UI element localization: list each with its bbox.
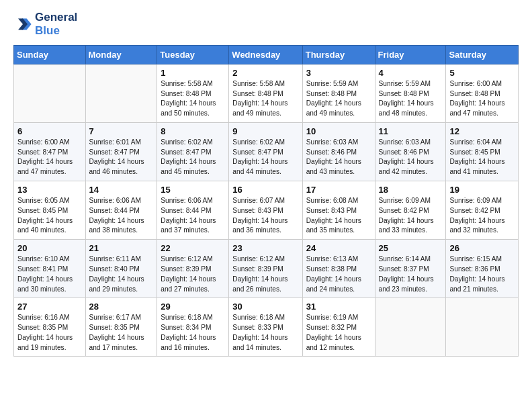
logo-text: General Blue	[35, 11, 77, 38]
cell-info: Sunrise: 6:04 AMSunset: 8:45 PMDaylight:…	[449, 138, 515, 177]
day-number: 3	[306, 68, 371, 78]
calendar-cell: 8Sunrise: 6:02 AMSunset: 8:47 PMDaylight…	[157, 122, 229, 181]
calendar-cell: 10Sunrise: 6:03 AMSunset: 8:46 PMDayligh…	[302, 122, 375, 181]
weekday-header: Wednesday	[229, 45, 302, 64]
cell-info: Sunrise: 6:07 AMSunset: 8:43 PMDaylight:…	[232, 196, 298, 236]
cell-info: Sunrise: 6:12 AMSunset: 8:39 PMDaylight:…	[161, 255, 225, 294]
day-number: 25	[379, 243, 443, 253]
calendar-cell: 4Sunrise: 5:59 AMSunset: 8:48 PMDaylight…	[375, 64, 446, 122]
cell-info: Sunrise: 6:06 AMSunset: 8:44 PMDaylight:…	[89, 196, 154, 236]
cell-info: Sunrise: 6:16 AMSunset: 8:35 PMDaylight:…	[17, 313, 82, 353]
calendar-cell: 9Sunrise: 6:02 AMSunset: 8:47 PMDaylight…	[229, 122, 302, 181]
cell-info: Sunrise: 6:05 AMSunset: 8:45 PMDaylight:…	[17, 196, 82, 236]
day-number: 7	[89, 126, 154, 136]
day-number: 27	[17, 302, 82, 312]
calendar-cell: 30Sunrise: 6:18 AMSunset: 8:33 PMDayligh…	[229, 298, 302, 357]
cell-info: Sunrise: 6:17 AMSunset: 8:35 PMDaylight:…	[89, 313, 154, 353]
day-number: 19	[449, 185, 515, 195]
day-number: 4	[379, 68, 443, 78]
day-number: 24	[306, 243, 371, 253]
calendar-week-row: 27Sunrise: 6:16 AMSunset: 8:35 PMDayligh…	[14, 298, 519, 357]
calendar-cell: 24Sunrise: 6:13 AMSunset: 8:38 PMDayligh…	[302, 240, 375, 298]
calendar-cell: 7Sunrise: 6:01 AMSunset: 8:47 PMDaylight…	[85, 122, 157, 181]
calendar-cell: 26Sunrise: 6:15 AMSunset: 8:36 PMDayligh…	[446, 240, 519, 298]
day-number: 17	[306, 185, 371, 195]
day-number: 10	[306, 126, 371, 136]
day-number: 14	[89, 185, 154, 195]
day-number: 5	[449, 68, 515, 78]
day-number: 8	[161, 126, 225, 136]
day-number: 22	[161, 243, 225, 253]
day-number: 18	[379, 185, 443, 195]
day-number: 2	[232, 68, 298, 78]
cell-info: Sunrise: 6:14 AMSunset: 8:37 PMDaylight:…	[379, 255, 443, 294]
calendar-cell: 11Sunrise: 6:03 AMSunset: 8:46 PMDayligh…	[375, 122, 446, 181]
cell-info: Sunrise: 6:02 AMSunset: 8:47 PMDaylight:…	[232, 138, 298, 177]
page: General Blue SundayMondayTuesdayWednesda…	[0, 0, 532, 367]
calendar-cell: 6Sunrise: 6:00 AMSunset: 8:47 PMDaylight…	[14, 122, 86, 181]
day-number: 20	[17, 243, 82, 253]
day-number: 30	[232, 302, 298, 312]
cell-info: Sunrise: 6:00 AMSunset: 8:48 PMDaylight:…	[449, 79, 515, 119]
calendar-cell: 31Sunrise: 6:19 AMSunset: 8:32 PMDayligh…	[302, 298, 375, 357]
header: General Blue	[13, 11, 519, 38]
weekday-header: Saturday	[446, 45, 519, 64]
calendar-week-row: 6Sunrise: 6:00 AMSunset: 8:47 PMDaylight…	[14, 122, 519, 181]
calendar-cell: 3Sunrise: 5:59 AMSunset: 8:48 PMDaylight…	[302, 64, 375, 122]
logo: General Blue	[13, 11, 77, 38]
calendar-cell: 18Sunrise: 6:09 AMSunset: 8:42 PMDayligh…	[375, 181, 446, 240]
cell-info: Sunrise: 6:06 AMSunset: 8:44 PMDaylight:…	[161, 196, 225, 236]
day-number: 23	[232, 243, 298, 253]
calendar-cell	[85, 64, 157, 122]
cell-info: Sunrise: 6:12 AMSunset: 8:39 PMDaylight:…	[232, 255, 298, 294]
cell-info: Sunrise: 6:08 AMSunset: 8:43 PMDaylight:…	[306, 196, 371, 236]
cell-info: Sunrise: 6:02 AMSunset: 8:47 PMDaylight:…	[161, 138, 225, 177]
calendar-week-row: 1Sunrise: 5:58 AMSunset: 8:48 PMDaylight…	[14, 64, 519, 122]
calendar-cell	[14, 64, 86, 122]
calendar-cell: 22Sunrise: 6:12 AMSunset: 8:39 PMDayligh…	[157, 240, 229, 298]
day-number: 9	[232, 126, 298, 136]
day-number: 16	[232, 185, 298, 195]
calendar-week-row: 13Sunrise: 6:05 AMSunset: 8:45 PMDayligh…	[14, 181, 519, 240]
calendar-cell: 1Sunrise: 5:58 AMSunset: 8:48 PMDaylight…	[157, 64, 229, 122]
calendar-cell: 14Sunrise: 6:06 AMSunset: 8:44 PMDayligh…	[85, 181, 157, 240]
calendar-cell: 13Sunrise: 6:05 AMSunset: 8:45 PMDayligh…	[14, 181, 86, 240]
cell-info: Sunrise: 6:18 AMSunset: 8:33 PMDaylight:…	[232, 313, 298, 353]
day-number: 12	[449, 126, 515, 136]
day-number: 31	[306, 302, 371, 312]
cell-info: Sunrise: 5:58 AMSunset: 8:48 PMDaylight:…	[161, 79, 225, 119]
weekday-header: Friday	[375, 45, 446, 64]
calendar-week-row: 20Sunrise: 6:10 AMSunset: 8:41 PMDayligh…	[14, 240, 519, 298]
calendar-cell: 5Sunrise: 6:00 AMSunset: 8:48 PMDaylight…	[446, 64, 519, 122]
calendar-cell: 15Sunrise: 6:06 AMSunset: 8:44 PMDayligh…	[157, 181, 229, 240]
calendar-cell: 28Sunrise: 6:17 AMSunset: 8:35 PMDayligh…	[85, 298, 157, 357]
calendar-cell: 17Sunrise: 6:08 AMSunset: 8:43 PMDayligh…	[302, 181, 375, 240]
day-number: 11	[379, 126, 443, 136]
day-number: 1	[161, 68, 225, 78]
cell-info: Sunrise: 6:11 AMSunset: 8:40 PMDaylight:…	[89, 255, 154, 294]
calendar-cell: 29Sunrise: 6:18 AMSunset: 8:34 PMDayligh…	[157, 298, 229, 357]
calendar-cell: 20Sunrise: 6:10 AMSunset: 8:41 PMDayligh…	[14, 240, 86, 298]
calendar-cell: 27Sunrise: 6:16 AMSunset: 8:35 PMDayligh…	[14, 298, 86, 357]
cell-info: Sunrise: 6:13 AMSunset: 8:38 PMDaylight:…	[306, 255, 371, 294]
day-number: 6	[17, 126, 82, 136]
calendar-cell: 19Sunrise: 6:09 AMSunset: 8:42 PMDayligh…	[446, 181, 519, 240]
cell-info: Sunrise: 6:15 AMSunset: 8:36 PMDaylight:…	[449, 255, 515, 294]
cell-info: Sunrise: 6:03 AMSunset: 8:46 PMDaylight:…	[306, 138, 371, 177]
day-number: 15	[161, 185, 225, 195]
weekday-header: Tuesday	[157, 45, 229, 64]
calendar-cell	[375, 298, 446, 357]
calendar-cell	[446, 298, 519, 357]
cell-info: Sunrise: 6:09 AMSunset: 8:42 PMDaylight:…	[379, 196, 443, 236]
calendar-cell: 25Sunrise: 6:14 AMSunset: 8:37 PMDayligh…	[375, 240, 446, 298]
weekday-header: Thursday	[302, 45, 375, 64]
day-number: 13	[17, 185, 82, 195]
weekday-header: Monday	[85, 45, 157, 64]
weekday-header: Sunday	[14, 45, 86, 64]
calendar-cell: 12Sunrise: 6:04 AMSunset: 8:45 PMDayligh…	[446, 122, 519, 181]
day-number: 26	[449, 243, 515, 253]
cell-info: Sunrise: 6:18 AMSunset: 8:34 PMDaylight:…	[161, 313, 225, 353]
calendar-cell: 16Sunrise: 6:07 AMSunset: 8:43 PMDayligh…	[229, 181, 302, 240]
calendar-cell: 21Sunrise: 6:11 AMSunset: 8:40 PMDayligh…	[85, 240, 157, 298]
calendar-header-row: SundayMondayTuesdayWednesdayThursdayFrid…	[14, 45, 519, 64]
